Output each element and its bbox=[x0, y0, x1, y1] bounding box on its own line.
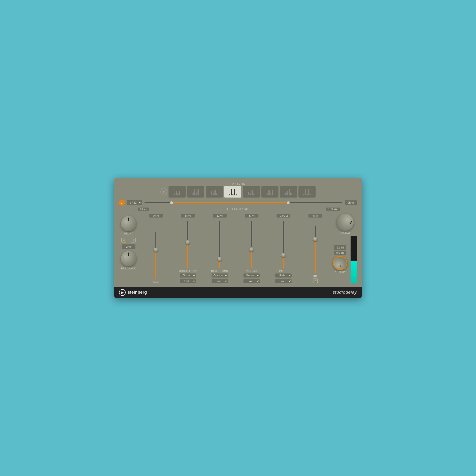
distortion-post-row: Post Pre bbox=[212, 278, 228, 283]
filter-low-hz: 55 Hz bbox=[138, 207, 149, 211]
mix-label: MIX bbox=[313, 275, 318, 277]
pitch-fader-col: PITCH Pitch Detune Post Pre bbox=[268, 221, 299, 283]
age-col-header: 76 % bbox=[140, 214, 172, 219]
distortion-col-header: 11 % bbox=[204, 214, 236, 219]
pitch-label: PITCH bbox=[279, 270, 288, 272]
distortion-post-select[interactable]: Post Pre bbox=[212, 279, 228, 283]
pitch-post-row: Post Pre bbox=[275, 278, 291, 283]
lock-icon[interactable]: 🔒 bbox=[121, 238, 126, 242]
pattern-slot-2[interactable] bbox=[187, 186, 204, 198]
age-fill bbox=[155, 250, 156, 279]
pattern-section: PATTERN bbox=[119, 182, 357, 198]
age-fader-col: AGE bbox=[140, 232, 172, 283]
output-knob[interactable] bbox=[333, 256, 347, 270]
output-label: OUTPUT bbox=[334, 271, 346, 274]
pitch-fader[interactable] bbox=[281, 221, 286, 269]
plugin-body: PATTERN bbox=[114, 178, 362, 287]
left-controls: DELAY 🔒 ↺ 2 % FEEDBACK bbox=[119, 214, 138, 270]
age-fader[interactable] bbox=[153, 232, 158, 279]
right-controls: SPATIAL -9.1 dB 0.0 dB OUTPUT bbox=[333, 214, 357, 284]
mix-lock-icon[interactable]: 🔒 bbox=[313, 278, 318, 283]
controls-row: ♩ 1 / 32 95 % bbox=[119, 200, 357, 206]
reverb-label: REVERB bbox=[246, 270, 257, 272]
reverb-col-header: 37 % bbox=[236, 214, 268, 219]
mix-col-header: 47 % bbox=[299, 214, 331, 219]
reverb-dropdown-row: Medium Small Large bbox=[243, 273, 260, 277]
feedback-pct: 2 % bbox=[122, 244, 136, 249]
pattern-row bbox=[160, 186, 316, 198]
ratio-select[interactable]: 1 / 32 bbox=[127, 200, 142, 205]
play-button[interactable] bbox=[160, 188, 167, 195]
brand-name: steinberg bbox=[128, 290, 147, 295]
delay-knob[interactable] bbox=[121, 216, 136, 231]
modulation-type-select[interactable]: Chorus Flanger Phaser bbox=[180, 273, 196, 277]
pitch-handle[interactable] bbox=[281, 253, 286, 257]
delay-percent-display: 95 % bbox=[345, 200, 357, 205]
vu-bar-green bbox=[351, 262, 357, 284]
spatial-knob-container: SPATIAL bbox=[337, 214, 354, 235]
pattern-slot-8[interactable] bbox=[298, 186, 316, 198]
modulation-handle[interactable] bbox=[186, 240, 190, 244]
age-handle[interactable] bbox=[154, 248, 158, 252]
mix-fader-col: MIX 🔒 bbox=[299, 226, 331, 283]
reverb-post-row: Post Pre bbox=[243, 278, 260, 283]
spatial-knob[interactable] bbox=[337, 214, 354, 231]
feedback-knob[interactable] bbox=[121, 251, 136, 266]
reverb-fader[interactable] bbox=[249, 221, 254, 269]
age-value: 76 % bbox=[149, 214, 163, 218]
filter-high-handle[interactable] bbox=[287, 201, 290, 204]
steinberg-logo: ▶ steinberg bbox=[119, 289, 147, 296]
delay-label: DELAY bbox=[124, 232, 133, 235]
distortion-type-select[interactable]: Overdrive Soft Clip Hard Clip bbox=[212, 273, 228, 277]
mix-lock: 🔒 bbox=[313, 278, 318, 283]
pitch-dropdown-row: Pitch Detune bbox=[275, 273, 291, 277]
modulation-dropdown-row: Chorus Flanger Phaser bbox=[180, 273, 196, 277]
filter-low-handle[interactable] bbox=[170, 201, 173, 204]
plugin-footer: ▶ steinberg studiodelay bbox=[114, 287, 362, 298]
feedback-label: FEEDBACK bbox=[121, 267, 136, 270]
pitch-value: -7.00 st bbox=[276, 214, 290, 218]
sync-icon2[interactable]: ↺ bbox=[131, 238, 136, 242]
reverb-value: 37 % bbox=[245, 214, 258, 218]
reverb-handle[interactable] bbox=[249, 247, 254, 252]
mix-value: 47 % bbox=[308, 214, 322, 218]
main-area: DELAY 🔒 ↺ 2 % FEEDBACK 76 % bbox=[119, 214, 357, 284]
distortion-handle[interactable] bbox=[218, 257, 222, 261]
mix-fill bbox=[315, 239, 316, 273]
mix-fader[interactable] bbox=[313, 226, 318, 273]
pattern-slot-6[interactable] bbox=[261, 186, 278, 198]
modulation-post-row: Post Pre bbox=[180, 278, 196, 283]
pattern-slot-4[interactable] bbox=[224, 186, 241, 198]
mix-handle[interactable] bbox=[313, 237, 318, 241]
distortion-fader[interactable] bbox=[217, 221, 222, 269]
modulation-value: 68 % bbox=[181, 214, 195, 218]
modulation-fader[interactable] bbox=[186, 221, 190, 269]
pitch-type-select[interactable]: Pitch Detune bbox=[275, 273, 291, 277]
reverb-fill bbox=[251, 249, 252, 269]
plugin-container: PATTERN bbox=[114, 178, 362, 298]
fader-values-row: 76 % 68 % 11 % 37 % -7.00 st 4 bbox=[140, 214, 331, 219]
age-label: AGE bbox=[153, 281, 159, 283]
pattern-slot-5[interactable] bbox=[243, 186, 260, 198]
output-db-display: 0.0 dB bbox=[334, 251, 346, 255]
feedback-knob-container: FEEDBACK bbox=[121, 251, 136, 270]
reverb-post-select[interactable]: Post Pre bbox=[243, 279, 260, 283]
distortion-fader-col: DISTORTION Overdrive Soft Clip Hard Clip… bbox=[204, 221, 236, 283]
pitch-col-header: -7.00 st bbox=[268, 214, 299, 219]
vu-bar-peak bbox=[351, 261, 357, 262]
pitch-post-select[interactable]: Post Pre bbox=[275, 279, 291, 283]
pattern-slot-3[interactable] bbox=[206, 186, 223, 198]
distortion-value: 11 % bbox=[213, 214, 227, 218]
lock-icons: 🔒 ↺ bbox=[121, 238, 136, 242]
modulation-post-select[interactable]: Post Pre bbox=[180, 279, 196, 283]
delay-knob-container: DELAY bbox=[121, 216, 136, 235]
filter-bank-label: FILTER BANK bbox=[149, 208, 326, 211]
filter-bank-row: 55 Hz FILTER BANK 1.27 kHz bbox=[138, 207, 340, 211]
sync-icon[interactable]: ♩ bbox=[119, 200, 125, 206]
reverb-type-select[interactable]: Medium Small Large bbox=[243, 273, 260, 277]
pattern-slot-7[interactable] bbox=[280, 186, 297, 198]
modulation-label: MODULATION bbox=[179, 270, 197, 272]
filter-slider[interactable] bbox=[144, 200, 342, 205]
distortion-dropdown-row: Overdrive Soft Clip Hard Clip bbox=[212, 273, 228, 277]
pattern-slot-1[interactable] bbox=[169, 186, 186, 198]
